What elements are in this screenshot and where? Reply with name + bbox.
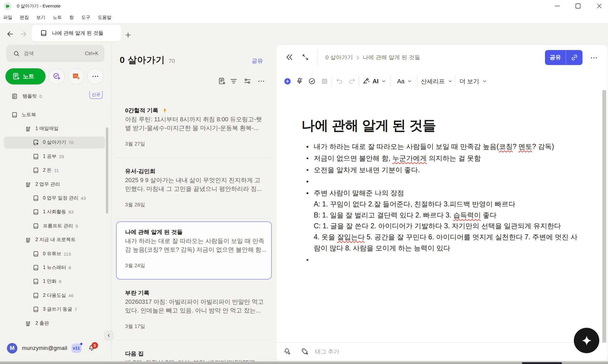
notebook-share-link[interactable]: 공유 bbox=[252, 57, 263, 65]
sidebar-item-1 공부[interactable]: 1 공부29 bbox=[0, 149, 112, 163]
note-more-button[interactable] bbox=[590, 54, 598, 61]
text-format-button[interactable]: Aa bbox=[397, 74, 412, 89]
template-count: 0 bbox=[39, 94, 42, 99]
new-task-button[interactable] bbox=[49, 68, 65, 84]
version-badge[interactable]: v11 bbox=[71, 344, 82, 353]
note-content-area[interactable]: 나에 관해 알게 된 것들 내가 하라는 대로 잘 따라오는 사람들이 보일 때… bbox=[277, 89, 607, 342]
calendar-button[interactable] bbox=[321, 74, 328, 89]
sidebar-item-0 업무 일정 관리[interactable]: 0 업무 일정 관리43 bbox=[0, 191, 112, 205]
font-family-button[interactable]: 산세리프 bbox=[421, 74, 453, 89]
bullet-item[interactable] bbox=[307, 254, 607, 265]
minimize-button[interactable] bbox=[550, 0, 564, 12]
notifications-button[interactable]: 3 bbox=[88, 344, 96, 352]
note-list-item[interactable]: 나에 관해 알게 된 것들내가 하라는 대로 잘 따라오는 사람들이 보일 때 … bbox=[116, 221, 272, 280]
template-label: 템플릿 bbox=[22, 93, 37, 99]
bullet-item[interactable] bbox=[307, 176, 607, 187]
new-tab-button[interactable] bbox=[123, 30, 133, 40]
bullet-item[interactable]: 내가 하라는 대로 잘 따라오는 사람들이 보일 때 만족감 높음(코칭? 멘토… bbox=[307, 141, 607, 152]
reminder-icon[interactable] bbox=[283, 348, 291, 356]
search-icon bbox=[13, 50, 20, 57]
notebook-icon bbox=[11, 112, 18, 118]
menu-item-도움말[interactable]: 도움말 bbox=[95, 13, 114, 22]
editor-scrollbar[interactable] bbox=[602, 90, 606, 342]
note-body[interactable]: 내가 하라는 대로 잘 따라오는 사람들이 보일 때 만족감 높음(코칭? 멘토… bbox=[307, 141, 607, 265]
ai-assistant-button[interactable] bbox=[574, 328, 599, 353]
sidebar-item-0 살아가기[interactable]: 0 살아가기70 bbox=[0, 136, 112, 149]
sidebar-item-1 매일매일[interactable]: 1 매일매일 bbox=[0, 122, 112, 135]
sidebar-item-1 뉴스레터[interactable]: 1 뉴스레터8 bbox=[0, 261, 112, 274]
sidebar-scrollbar[interactable] bbox=[106, 127, 108, 214]
nav-back-button[interactable] bbox=[5, 29, 15, 39]
menu-item-도구[interactable]: 도구 bbox=[79, 13, 93, 22]
breadcrumb-note[interactable]: 나에 관해 알게 된 것들 bbox=[363, 54, 420, 61]
note-item-preview-line: 20260317 아침: 아빌리파이 아빌리파이 반알만 먹고 bbox=[125, 297, 260, 306]
note-list-item[interactable]: 부란 기록20260317 아침: 아빌리파이 아빌리파이 반알만 먹고있다. … bbox=[116, 280, 272, 340]
view-options-button[interactable] bbox=[244, 77, 251, 85]
collapse-editor-button[interactable] bbox=[285, 53, 294, 61]
sidebar-item-1 만화[interactable]: 1 만화8 bbox=[0, 275, 112, 289]
voice-note-button[interactable] bbox=[296, 74, 304, 89]
menu-item-노트[interactable]: 노트 bbox=[50, 13, 64, 22]
avatar[interactable]: M bbox=[7, 343, 17, 354]
share-button-label[interactable]: 공유 bbox=[545, 50, 566, 65]
note-item-title: 부란 기록 bbox=[125, 289, 149, 297]
menu-item-편집[interactable]: 편집 bbox=[17, 13, 31, 22]
toolbar-divider bbox=[359, 76, 359, 87]
menu-item-보기[interactable]: 보기 bbox=[34, 13, 48, 22]
insert-button[interactable] bbox=[284, 74, 291, 89]
bullet-item[interactable]: 오전을 알차게 보내면 기분이 좋다. bbox=[307, 164, 607, 176]
note-title[interactable]: 나에 관해 알게 된 것들 bbox=[301, 117, 607, 134]
ai-menu-button[interactable]: AI bbox=[373, 74, 386, 89]
new-calendar-event-button[interactable] bbox=[68, 68, 84, 84]
breadcrumb-notebook[interactable]: 0 살아가기 bbox=[325, 54, 353, 61]
sidebar-item-노트북[interactable]: 노트북 bbox=[0, 108, 112, 122]
sidebar-item-2 다용도실[interactable]: 2 다용도실46 bbox=[0, 289, 112, 302]
nav-forward-button[interactable] bbox=[19, 29, 28, 39]
note-list-item[interactable]: 유서-김민희2025 9 9 살아가는 내내 삶이 무엇인지 진지하게 고민했다… bbox=[116, 158, 272, 219]
bullet-line: C: 1. 글을 잘 쓴다 2. 아이디어가 기발하다 3. 자기만의 선택을 … bbox=[314, 220, 607, 232]
sidebar-item-0 유튜브[interactable]: 0 유튜브113 bbox=[0, 247, 112, 261]
tabstrip: 나에 관해 알게 된 것들 bbox=[0, 23, 608, 45]
bullet-line: 람이 많다 8. 사람을 모이게 하는 능력이 있다 bbox=[314, 243, 607, 254]
share-button[interactable]: 공유 bbox=[545, 50, 583, 65]
new-note-button[interactable]: 노트 bbox=[5, 68, 46, 84]
more-formatting-button[interactable]: 더 보기 bbox=[460, 74, 487, 89]
bullet-item[interactable]: 저금이 없으면 불안해 함, 누군가에게 의지하는 걸 못함 bbox=[307, 153, 607, 164]
copy-link-button[interactable] bbox=[566, 50, 583, 65]
tab-note[interactable]: 나에 관해 알게 된 것들 bbox=[32, 25, 121, 41]
search-input[interactable]: 검색 Ctrl+K bbox=[6, 45, 104, 62]
menu-item-창[interactable]: 창 bbox=[67, 13, 76, 22]
add-tag-placeholder[interactable]: 태그 추가 bbox=[315, 348, 339, 356]
checklist-button[interactable] bbox=[308, 74, 316, 89]
note-list-item[interactable]: 0간헐적 기록아침 루틴: 11시부터 8시까지 취침 8:00 듀오링고-햇볕… bbox=[116, 97, 272, 158]
sidebar-item-2 돈[interactable]: 2 돈11 bbox=[0, 164, 112, 177]
ai-edit-icon[interactable] bbox=[363, 74, 370, 89]
sidebar-item-2 업무 관리[interactable]: 2 업무 관리 bbox=[0, 177, 112, 191]
list-more-button[interactable] bbox=[257, 77, 265, 85]
editor-toolbar: AI Aa 산세리프 더 보기 bbox=[277, 74, 607, 89]
close-button[interactable] bbox=[592, 0, 606, 12]
sidebar-more-button[interactable] bbox=[87, 68, 103, 84]
sidebar-item-2 출판[interactable]: 2 출판 bbox=[0, 316, 112, 330]
sidebar-item-프롬프트 관리[interactable]: 프롬프트 관리9 bbox=[0, 219, 112, 233]
sidebar-item-1 사회활동[interactable]: 1 사회활동83 bbox=[0, 205, 112, 219]
sidebar-item-templates[interactable]: 템플릿 0 신규 bbox=[0, 90, 112, 102]
sidebar-item-2 지금 내 프로젝트[interactable]: 2 지금 내 프로젝트 bbox=[0, 233, 112, 247]
undo-button[interactable] bbox=[336, 74, 343, 89]
expand-note-button[interactable] bbox=[302, 54, 309, 61]
add-tag-icon[interactable] bbox=[301, 348, 309, 356]
sidebar-item-3 글쓰기 동굴[interactable]: 3 글쓰기 동굴7 bbox=[0, 302, 112, 316]
note-list-item[interactable]: 다음 집반 2개, 화장실 2개, 거실, 부엌, 베란다(미닫)25평... bbox=[116, 340, 272, 362]
text-segment: A: 1. 꾸밈이 없다 2.잘 들어준다, 친절하다 3.피드백 반영이 빠르… bbox=[314, 200, 515, 208]
redo-button[interactable] bbox=[348, 74, 356, 89]
sidebar-item-count: 70 bbox=[68, 140, 73, 145]
menu-item-파일[interactable]: 파일 bbox=[1, 13, 15, 22]
maximize-button[interactable] bbox=[571, 0, 585, 12]
sidebar: 검색 Ctrl+K 노트 템플릿 0 신규 노트북1 매일매일0 살아가기701… bbox=[0, 45, 112, 362]
tag-bar: 태그 추가 bbox=[277, 342, 607, 360]
add-note-icon-button[interactable] bbox=[218, 77, 226, 85]
font-family-label: 산세리프 bbox=[421, 77, 445, 85]
sort-filter-button[interactable] bbox=[230, 77, 238, 85]
account-row[interactable]: M munzymin@gmail v11 3 bbox=[0, 342, 112, 354]
bullet-item[interactable]: 주변 사람이 말해준 나의 장점A: 1. 꾸밈이 없다 2.잘 들어준다, 친… bbox=[307, 188, 607, 254]
